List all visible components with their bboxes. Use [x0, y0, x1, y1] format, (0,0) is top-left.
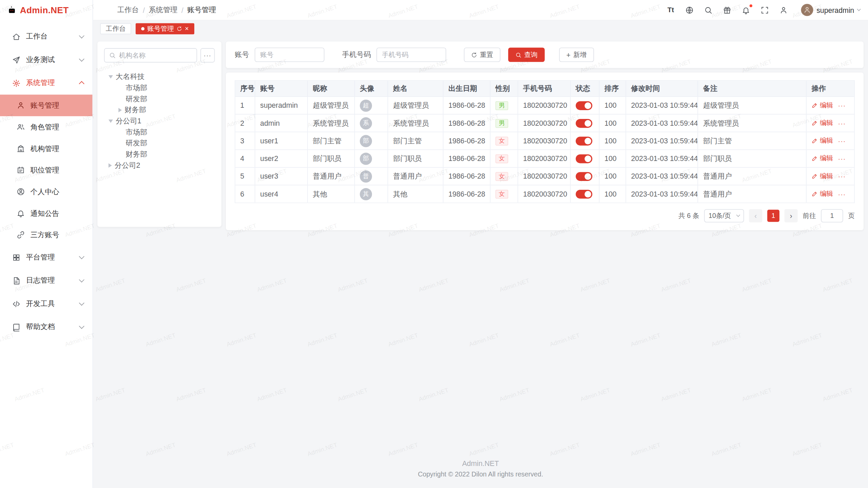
cell-account: user4: [255, 185, 308, 203]
next-page-button[interactable]: ›: [784, 209, 797, 222]
cell-index: 4: [235, 150, 255, 167]
tab-account-manage[interactable]: 账号管理 ×: [136, 23, 194, 35]
edit-button[interactable]: 编辑: [811, 118, 833, 128]
cell-avatar: 系: [355, 115, 388, 132]
sidebar-item-org-manage[interactable]: 机构管理: [0, 138, 93, 160]
edit-button[interactable]: 编辑: [811, 154, 833, 163]
status-toggle[interactable]: [576, 189, 592, 198]
row-more-button[interactable]: ···: [838, 190, 846, 197]
font-size-button[interactable]: Tt: [666, 5, 675, 15]
sidebar-item-role-manage[interactable]: 角色管理: [0, 116, 93, 138]
edit-button[interactable]: 编辑: [811, 136, 833, 146]
cell-modified-time: 2023-01-03 10:59:44: [626, 132, 698, 149]
status-toggle[interactable]: [576, 154, 592, 163]
column-header: 账号: [255, 81, 308, 96]
cell-birthdate: 1986-06-28: [443, 185, 491, 203]
profile-settings-button[interactable]: [779, 5, 788, 15]
sidebar-item-system-manage[interactable]: 系统管理: [0, 72, 93, 95]
edit-button[interactable]: 编辑: [811, 101, 833, 110]
query-button[interactable]: 查询: [508, 47, 545, 62]
sidebar-item-help-docs[interactable]: 帮助文档: [0, 316, 93, 339]
caret-right-icon[interactable]: [108, 163, 112, 168]
tree-node-child[interactable]: 研发部: [104, 138, 215, 149]
global-search-button[interactable]: [704, 5, 713, 15]
sidebar-item-log-manage[interactable]: 日志管理: [0, 269, 93, 292]
sidebar-item-position-manage[interactable]: 职位管理: [0, 159, 93, 181]
column-header: 出生日期: [443, 81, 491, 96]
edit-button[interactable]: 编辑: [811, 189, 833, 199]
sidebar-item-workbench[interactable]: 工作台: [0, 25, 93, 48]
status-toggle[interactable]: [576, 119, 592, 127]
tree-node-parent[interactable]: 大名科技: [104, 72, 215, 83]
tree-node-label: 财务部: [124, 105, 146, 115]
page-size-select[interactable]: 10条/页: [704, 209, 744, 222]
breadcrumb: 工作台 / 系统管理 / 账号管理: [117, 5, 216, 15]
status-toggle[interactable]: [576, 101, 592, 110]
cell-status: [571, 168, 599, 185]
row-more-button[interactable]: ···: [838, 173, 846, 180]
edit-pen-icon: [811, 102, 817, 108]
account-filter-input[interactable]: [255, 47, 324, 62]
row-more-button[interactable]: ···: [838, 102, 846, 109]
phone-filter-input[interactable]: [376, 47, 446, 62]
cell-actions: 编辑···: [807, 132, 854, 149]
page-number-button[interactable]: 1: [767, 210, 780, 222]
status-toggle[interactable]: [576, 172, 592, 181]
tree-node-parent[interactable]: 分公司2: [104, 160, 215, 171]
breadcrumb-item[interactable]: 工作台: [117, 5, 139, 15]
column-header: 昵称: [308, 81, 355, 96]
sidebar-item-notice[interactable]: 通知公告: [0, 203, 93, 224]
language-button[interactable]: [685, 5, 694, 15]
sidebar-item-third-party-account[interactable]: 三方账号: [0, 224, 93, 246]
column-header: 修改时间: [626, 81, 698, 96]
tree-node-child[interactable]: 市场部: [104, 127, 215, 138]
sidebar-item-platform-manage[interactable]: 平台管理: [0, 246, 93, 269]
edit-button[interactable]: 编辑: [811, 171, 833, 181]
sidebar-item-label: 帮助文档: [26, 322, 55, 332]
tree-node-child[interactable]: 财务部: [104, 149, 215, 160]
cell-actions: 编辑···: [807, 115, 854, 132]
cell-sort: 100: [599, 168, 626, 185]
gender-badge: 女: [495, 189, 508, 198]
reset-button[interactable]: 重置: [464, 47, 500, 62]
caret-down-icon[interactable]: [108, 75, 113, 79]
prev-page-button[interactable]: ‹: [749, 209, 762, 222]
status-toggle[interactable]: [576, 136, 592, 145]
user-avatar: 其: [360, 188, 372, 200]
add-button[interactable]: + 新增: [559, 47, 594, 62]
fullscreen-button[interactable]: [760, 5, 770, 15]
search-icon: [704, 6, 712, 14]
notification-button[interactable]: [741, 5, 751, 15]
tree-node-child[interactable]: 市场部: [104, 82, 215, 94]
toggle-knob: [585, 190, 591, 197]
sidebar-item-account-manage[interactable]: 账号管理: [0, 95, 93, 116]
tree-node-parent[interactable]: 分公司1: [104, 116, 215, 127]
tab-workbench[interactable]: 工作台: [100, 23, 131, 35]
org-search-input[interactable]: [119, 52, 192, 59]
tree-node-child[interactable]: 财务部: [104, 105, 215, 116]
user-menu[interactable]: superadmin: [801, 4, 861, 16]
sidebar-item-personal-center[interactable]: 个人中心: [0, 181, 93, 203]
tree-more-button[interactable]: ···: [200, 48, 215, 62]
sidebar-item-dev-tools[interactable]: 开发工具: [0, 292, 93, 316]
user-avatar: 部: [360, 135, 372, 147]
main-area: 工作台 / 系统管理 / 账号管理 Tt: [93, 0, 868, 488]
row-more-button[interactable]: ···: [838, 155, 846, 162]
sidebar-item-business-test[interactable]: 业务测试: [0, 48, 93, 72]
cell-actions: 编辑···: [807, 168, 854, 185]
row-more-button[interactable]: ···: [838, 120, 846, 126]
hamburger-menu-icon[interactable]: [101, 5, 110, 14]
sidebar-item-label: 个人中心: [31, 187, 59, 197]
caret-down-icon[interactable]: [108, 120, 113, 123]
tree-node-child[interactable]: 研发部: [104, 94, 215, 105]
cell-gender: 女: [491, 168, 518, 185]
caret-right-icon[interactable]: [118, 108, 122, 112]
goto-page-input[interactable]: [821, 209, 843, 222]
tree-node-label: 分公司2: [115, 160, 140, 170]
row-more-button[interactable]: ···: [838, 138, 846, 144]
tab-close-icon[interactable]: ×: [185, 25, 189, 32]
tab-refresh-icon[interactable]: [177, 26, 182, 32]
theme-button[interactable]: [723, 5, 732, 15]
org-search-box[interactable]: [104, 48, 197, 62]
breadcrumb-item[interactable]: 系统管理: [149, 5, 178, 15]
